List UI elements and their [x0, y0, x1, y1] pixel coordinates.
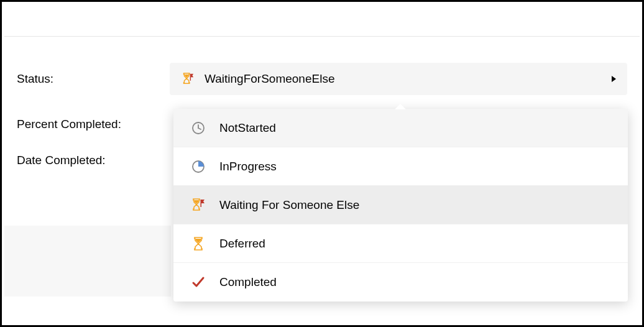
chevron-right-icon	[612, 76, 616, 82]
svg-line-3	[198, 128, 201, 129]
status-option-completed[interactable]: Completed	[173, 263, 628, 302]
status-row: Status: WaitingForSomeoneElse	[17, 63, 627, 95]
status-option-waiting[interactable]: Waiting For Someone Else	[173, 186, 628, 224]
date-completed-label: Date Completed:	[17, 154, 170, 167]
hourglass-flag-icon	[191, 198, 206, 213]
top-divider	[4, 36, 640, 37]
svg-rect-0	[190, 74, 191, 81]
status-dropdown[interactable]: WaitingForSomeoneElse	[170, 63, 627, 95]
status-option-inprogress[interactable]: InProgress	[173, 147, 628, 186]
status-option-label: Deferred	[219, 237, 265, 251]
checkmark-icon	[191, 275, 206, 290]
status-option-deferred[interactable]: Deferred	[173, 224, 628, 263]
clock-icon	[191, 121, 206, 136]
clock-progress-icon	[191, 159, 206, 174]
status-option-label: Completed	[219, 275, 277, 289]
status-option-notstarted[interactable]: NotStarted	[173, 109, 628, 147]
status-value: WaitingForSomeoneElse	[205, 72, 612, 86]
hourglass-flag-icon	[181, 72, 195, 86]
percent-completed-label: Percent Completed:	[17, 117, 170, 131]
status-option-label: Waiting For Someone Else	[219, 198, 359, 212]
status-option-label: NotStarted	[219, 121, 276, 135]
status-option-label: InProgress	[219, 160, 277, 173]
status-dropdown-menu: NotStarted InProgress Waiting For Someon…	[173, 109, 628, 302]
highlighted-band	[4, 226, 171, 297]
svg-rect-5	[201, 200, 202, 207]
status-label: Status:	[17, 72, 170, 86]
hourglass-icon	[191, 236, 206, 251]
